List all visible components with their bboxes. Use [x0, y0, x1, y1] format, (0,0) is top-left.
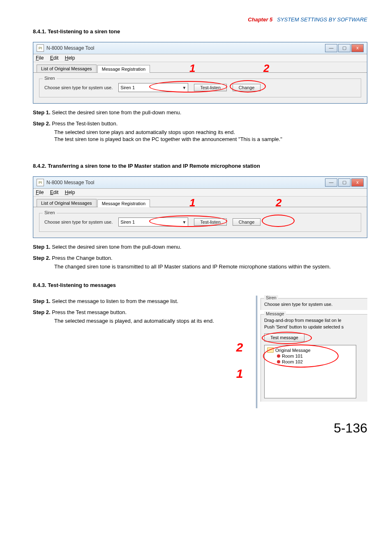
callout-ellipse-1: [149, 215, 227, 227]
chapter-header: Chapter 5 SYSTEM SETTINGS BY SOFTWARE: [33, 16, 367, 23]
tab-message-registration[interactable]: Message Registration: [97, 199, 150, 207]
section-841-title: 8.4.1. Test-listening to a siren tone: [33, 28, 367, 35]
sec841-step2: Step 2. Press the Test-listen button.: [33, 120, 367, 127]
menu-file[interactable]: File: [36, 190, 44, 195]
siren-group-label: Siren: [43, 76, 57, 81]
menubar: File Edit Help: [33, 189, 367, 197]
siren-label-panel: Choose siren type for system use.: [264, 302, 367, 307]
minimize-button[interactable]: —: [325, 178, 337, 187]
menu-edit[interactable]: Edit: [50, 190, 59, 195]
message-group-label: Message: [264, 311, 286, 316]
window-controls: — ▢ x: [325, 44, 364, 52]
chapter-title: SYSTEM SETTINGS BY SOFTWARE: [274, 16, 367, 23]
message-tree[interactable]: Original Message Room 101 Room 102: [264, 345, 356, 398]
callout-ellipse-1: [149, 81, 227, 92]
menu-file[interactable]: File: [36, 55, 44, 61]
titlebar: PI N-8000 Message Tool — ▢ x: [33, 42, 367, 54]
app-icon: PI: [37, 44, 44, 52]
siren-label: Choose siren type for system use.: [44, 220, 113, 224]
page-number: 5-136: [33, 421, 367, 436]
menu-edit[interactable]: Edit: [50, 55, 59, 61]
msg-hint2: Push 'Send' button to update selected s: [264, 324, 367, 329]
close-button[interactable]: x: [351, 44, 364, 52]
sec843-step2a: The selected message is played, and auto…: [54, 318, 248, 324]
callout-2: 2: [276, 197, 281, 209]
chapter-label: Chapter 5: [248, 16, 272, 23]
window-title: N-8000 Message Tool: [46, 180, 325, 185]
menu-help[interactable]: Help: [65, 190, 75, 195]
close-button[interactable]: x: [351, 178, 364, 187]
sec841-step1: Step 1. Select the desired siren tone fr…: [33, 109, 367, 116]
sec843-step1: Step 1. Select the message to listen to …: [33, 298, 248, 304]
tabstrip: List of Original Messages Message Regist…: [33, 197, 367, 207]
window-title: N-8000 Message Tool: [46, 45, 325, 51]
sec842-step1: Step 1. Select the desired siren tone fr…: [33, 244, 367, 250]
window-controls: — ▢ x: [325, 178, 364, 187]
sec841-step2b: The test siren tone is played back on th…: [54, 136, 367, 142]
change-button[interactable]: Change: [233, 218, 261, 226]
siren-group-label: Siren: [43, 210, 57, 215]
tabstrip: List of Original Messages Message Regist…: [33, 62, 367, 72]
minimize-button[interactable]: —: [325, 44, 337, 52]
callout-ellipse-tree: [263, 345, 339, 368]
message-group-panel: Message Drag-and-drop from message list …: [261, 314, 367, 402]
app-window-1: PI N-8000 Message Tool — ▢ x File Edit H…: [33, 42, 367, 104]
siren-group-label: Siren: [264, 295, 278, 300]
tab-original-messages[interactable]: List of Original Messages: [37, 199, 97, 207]
msg-hint1: Drag-and-drop from message list on le: [264, 318, 367, 323]
maximize-button[interactable]: ▢: [338, 44, 350, 52]
callout-1: 1: [189, 62, 195, 75]
callout-side-2: 2: [231, 340, 248, 354]
siren-dropdown-value: Siren 1: [120, 220, 135, 224]
callout-1: 1: [189, 197, 195, 209]
sec842-step2a: The changed siren tone is transmitted to…: [54, 264, 367, 270]
titlebar-2: PI N-8000 Message Tool — ▢ x: [33, 177, 367, 189]
sec843-step2: Step 2. Press the Test message button.: [33, 309, 248, 315]
siren-group-panel: Siren Choose siren type for system use.: [261, 298, 367, 310]
sec841-step2a: The selected siren tone plays and automa…: [54, 129, 367, 135]
siren-label: Choose siren type for system use.: [44, 85, 113, 90]
tab-original-messages[interactable]: List of Original Messages: [37, 65, 97, 72]
section-842-title: 8.4.2. Transferring a siren tone to the …: [33, 163, 367, 169]
section-843-title: 8.4.3. Test-listening to messages: [33, 282, 367, 288]
callout-ellipse-2: [230, 80, 266, 92]
app-window-2: PI N-8000 Message Tool — ▢ x File Edit H…: [33, 176, 367, 238]
callout-side-1: 1: [231, 367, 248, 381]
sec842-step2: Step 2. Press the Change button.: [33, 255, 367, 261]
right-panel: Siren Choose siren type for system use. …: [256, 296, 367, 408]
menubar: File Edit Help: [33, 54, 367, 62]
app-icon: PI: [37, 179, 44, 186]
menu-help[interactable]: Help: [65, 55, 75, 61]
siren-dropdown-value: Siren 1: [120, 85, 135, 90]
callout-ellipse-testmsg: [262, 332, 312, 344]
callout-2: 2: [263, 62, 269, 75]
tab-message-registration[interactable]: Message Registration: [97, 65, 150, 73]
callout-ellipse-2: [262, 215, 295, 227]
maximize-button[interactable]: ▢: [338, 178, 350, 187]
